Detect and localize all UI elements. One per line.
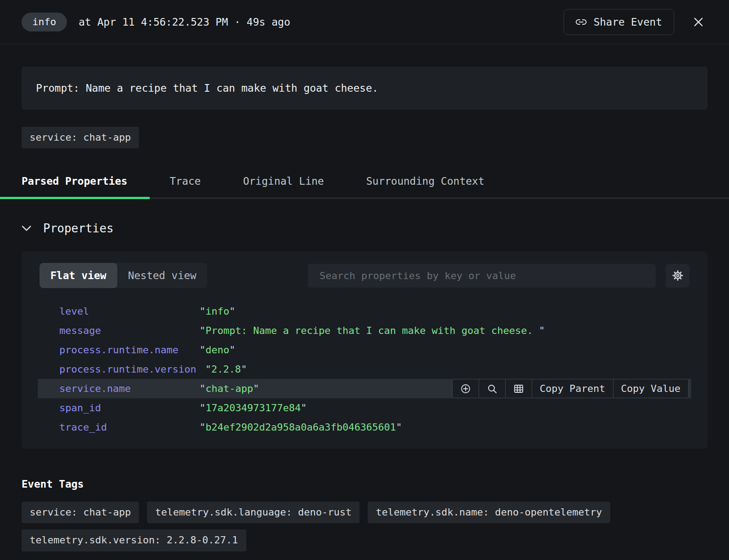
copy-value-button[interactable]: Copy Value [613, 379, 689, 398]
event-tags-list: service: chat-apptelemetry.sdk.language:… [22, 502, 664, 551]
property-value: "info" [200, 306, 235, 317]
event-tag-chip[interactable]: service: chat-app [22, 502, 139, 523]
property-value: "deno" [200, 344, 235, 356]
property-key: process.runtime.version [59, 364, 196, 375]
level-badge: info [22, 13, 67, 31]
nested-view-button[interactable]: Nested view [117, 263, 207, 288]
share-event-label: Share Event [594, 16, 662, 28]
tabs: Parsed PropertiesTraceOriginal LineSurro… [22, 168, 707, 199]
active-tab-indicator [0, 197, 150, 199]
close-icon [692, 16, 705, 28]
search-icon [487, 383, 498, 394]
event-detail-panel: info at Apr 11 4:56:22.523 PM · 49s ago … [0, 0, 729, 551]
event-timestamp: at Apr 11 4:56:22.523 PM · 49s ago [79, 16, 290, 28]
view-toggle: Flat view Nested view [40, 263, 207, 288]
event-tags-title: Event Tags [22, 478, 707, 490]
property-row-process.runtime.name[interactable]: process.runtime.name"deno" [22, 340, 707, 360]
link-icon [576, 17, 587, 27]
gear-icon [672, 270, 684, 281]
add-filter-button[interactable] [452, 379, 479, 398]
property-key: service.name [59, 383, 191, 394]
property-row-span_id[interactable]: span_id"17a2034973177e84" [22, 398, 707, 418]
search-value-button[interactable] [479, 379, 506, 398]
share-event-button[interactable]: Share Event [564, 9, 674, 35]
property-search-input[interactable] [308, 264, 656, 288]
plus-circle-icon [460, 383, 471, 394]
event-message-preview: Prompt: Name a recipe that I can make wi… [22, 67, 707, 110]
event-tag-chip[interactable]: telemetry.sdk.name: deno-opentelemetry [368, 502, 610, 523]
tab-original-line[interactable]: Original Line [243, 168, 324, 199]
chevron-down-icon [22, 225, 31, 231]
event-tags-section: Event Tags service: chat-apptelemetry.sd… [22, 478, 707, 551]
copy-parent-button[interactable]: Copy Parent [532, 379, 613, 398]
property-key: level [59, 306, 191, 317]
event-tag-chip[interactable]: telemetry.sdk.language: deno-rust [147, 502, 360, 523]
event-tag-chip[interactable]: telemetry.sdk.version: 2.2.8-0.27.1 [22, 529, 246, 551]
service-chip[interactable]: service: chat-app [22, 127, 139, 148]
property-value: "Prompt: Name a recipe that I can make w… [200, 325, 545, 336]
row-actions-toolbar: Copy ParentCopy Value [452, 379, 689, 398]
property-row-trace_id[interactable]: trace_id"b24ef2902d2a958a0a6a3fb04636560… [22, 418, 707, 437]
properties-settings-button[interactable] [666, 264, 689, 288]
property-value: "17a2034973177e84" [200, 402, 307, 413]
tab-parsed-properties[interactable]: Parsed Properties [22, 168, 127, 199]
properties-section-header[interactable]: Properties [22, 222, 114, 235]
table-icon [513, 383, 524, 394]
tab-trace[interactable]: Trace [169, 168, 200, 199]
property-key: message [59, 325, 191, 336]
property-value: "b24ef2902d2a958a0a6a3fb046365601" [200, 422, 402, 433]
properties-panel: Flat view Nested view [22, 251, 707, 449]
property-row-message[interactable]: message"Prompt: Name a recipe that I can… [22, 321, 707, 340]
properties-section-title: Properties [43, 222, 114, 235]
property-key: span_id [59, 402, 191, 413]
event-header: info at Apr 11 4:56:22.523 PM · 49s ago … [0, 0, 729, 44]
property-key: process.runtime.name [59, 344, 191, 356]
close-button[interactable] [689, 13, 707, 31]
table-view-button[interactable] [505, 379, 532, 398]
property-row-level[interactable]: level"info" [22, 302, 707, 321]
properties-section: Properties Flat view Nested view [22, 222, 707, 449]
property-value: "2.2.8" [205, 364, 247, 375]
property-key: trace_id [59, 422, 191, 433]
property-rows: level"info"message"Prompt: Name a recipe… [22, 302, 707, 437]
property-value: "chat-app" [200, 383, 259, 394]
property-row-service.name[interactable]: service.name"chat-app"Copy ParentCopy Va… [38, 379, 691, 398]
tab-surrounding-context[interactable]: Surrounding Context [366, 168, 485, 199]
property-row-process.runtime.version[interactable]: process.runtime.version"2.2.8" [22, 360, 707, 379]
flat-view-button[interactable]: Flat view [40, 263, 117, 288]
